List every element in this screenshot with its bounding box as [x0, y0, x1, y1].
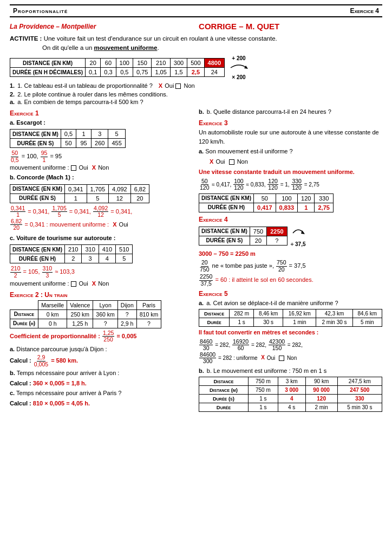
q2-line: 2. 2. Le pilote continue à rouler dans l…: [10, 91, 382, 98]
ex3-eq4: = 2,75: [304, 181, 319, 187]
ex1c-non-label: Non: [98, 280, 109, 287]
ex1-b-label: b. Concorde (Mach 1) :: [10, 173, 193, 182]
ex3-title: Exercice 3: [199, 119, 382, 127]
main-table-dist-4800: 4800: [204, 59, 224, 68]
ex1a-dist-header: Distance (en m): [10, 130, 61, 139]
ex4-line1: 3000 – 750 = 2250 m: [199, 249, 382, 259]
ex2-coeff-line: Coefficient de proportionnalité : 1,2525…: [10, 330, 193, 343]
header-title: Proportionnalité: [13, 7, 68, 15]
main-two-col: Exercice 1 a. Escargot : Distance (en m)…: [10, 106, 382, 414]
ex5a-dist-282m: 282 m: [230, 309, 254, 318]
frac-310-3: 3103: [42, 266, 53, 279]
ex4-title: Exercice 4: [199, 216, 382, 223]
ex1b-duree-12: 12: [109, 193, 131, 203]
ex3-a-text: Son mouvement est-il uniforme ?: [205, 148, 292, 154]
q2-number: 2.: [10, 91, 15, 98]
ex2-c-calcul: Calcul : 810 × 0,005 = 4,05 h.: [10, 399, 193, 408]
ex2-duree-paris: ?: [136, 319, 161, 328]
school-line: La Providence – Montpellier CORRIGE – M.…: [10, 22, 382, 31]
ex1c-dist-510: 510: [116, 245, 133, 254]
arrow-plus200: + 200: [232, 55, 245, 61]
ex5-oui-label: Oui: [267, 354, 276, 360]
ex5-eq-282a: = 282,: [215, 341, 230, 347]
main-table-dist-header: Distance (en km): [10, 59, 86, 68]
ex3-a-label: a. Son mouvement est-il uniforme ?: [199, 147, 382, 156]
ex4-arrow-svg: [290, 225, 306, 241]
ex2-c-label: c. Temps nécessaire pour arriver à Paris…: [10, 389, 193, 398]
ex5b-dist-90km: 90 km: [305, 377, 337, 386]
frac-16920-60: 1692060: [232, 339, 249, 352]
ex5b-distm-header: Distance (m): [199, 386, 249, 395]
main-table-dist-100: 100: [116, 59, 133, 68]
ex1c-oui-checkbox[interactable]: [71, 281, 76, 287]
frac-8460-30: 846030: [199, 339, 213, 352]
ex1c-duree-5: 5: [116, 254, 133, 263]
ex1c-duree-3: 3: [82, 254, 99, 263]
header-exercise: Exercice 4: [350, 7, 379, 15]
ex2-b-calcul: Calcul : 360 × 0,005 = 1,8 h.: [10, 379, 193, 388]
ex1-c-label: c. Voiture de tourisme sur autoroute :: [10, 234, 193, 243]
ex2-dist-marseille: 0 km: [38, 309, 67, 319]
main-table-dist-60: 60: [101, 59, 116, 68]
ex5b-durees-330: 330: [337, 395, 382, 403]
ex4-line3: 225037,5 = 60 : il atteint le sol en 60 …: [199, 274, 382, 287]
ex2-title: Exercice 2 : Un train: [10, 291, 193, 299]
ex5-non-label: Non: [287, 354, 297, 360]
ex4-line2: 20750 ne « tombe pas juste », 75020 = 37…: [199, 260, 382, 273]
q2-text: 2. Le pilote continue à rouler dans les …: [17, 91, 168, 98]
ex2-coeff-val: = 0,005: [116, 333, 136, 339]
ex5-non-checkbox[interactable]: [279, 356, 284, 361]
frac-1705-5: 1,7055: [51, 205, 67, 218]
frac-120-120: 120120: [267, 178, 278, 191]
corrige-title: CORRIGE – M. QUET: [96, 22, 382, 31]
ex1a-fractions-line: 500,5 = 100, 951 = 95: [10, 150, 193, 163]
ex3-eq2: ≈ 0,833,: [246, 181, 267, 187]
ex5b-duree-4s: 4 s: [278, 403, 305, 412]
ex1-table-b: Distance (en km) 0,341 1,705 4,092 6,82 …: [10, 184, 149, 203]
ex4-arrow-label: ÷ 37,5: [291, 241, 306, 247]
ex2-a-calcul: Calcul : 2,90,005 = 580 km.: [10, 354, 193, 367]
q1-non-checkbox[interactable]: [175, 83, 181, 89]
main-table-duree-24: 24: [204, 68, 224, 77]
main-table-duree-25: 2,5: [187, 68, 204, 77]
ex4-table: Distance (en m) 750 2250 Durée (en s) 20…: [199, 227, 288, 246]
ex1c-mouvement-line: mouvement uniforme : Oui X Non: [10, 280, 193, 287]
ex3-a-answer: X Oui Non: [199, 157, 382, 166]
frac-682-20: 6,8220: [10, 218, 22, 231]
ex1b-duree-header: Durée (en s): [10, 193, 65, 203]
ex2-duree-dijon: 2,9 h: [117, 319, 136, 328]
ex2-c-formula: 810 × 0,005 = 4,05 h.: [33, 400, 90, 406]
frac-84600-300: 84600300: [199, 352, 216, 365]
ex5-a-label: a. a. Cet avion se déplace-t-il de maniè…: [199, 299, 382, 308]
frac-100-120: 100120: [233, 178, 244, 191]
ex5b-distm-90000: 90 000: [305, 386, 337, 395]
activite-text1: Une voiture fait un test d'endurance sur…: [44, 35, 277, 42]
ex1a-oui-checkbox[interactable]: [71, 165, 76, 171]
main-table-dist-500: 500: [187, 59, 204, 68]
ex2-a-label: a. Distance parcourue jusqu'à Dijon :: [10, 345, 193, 354]
ex1a-dist-1: 1: [76, 130, 92, 139]
ex1-title: Exercice 1: [10, 109, 193, 117]
ex3-duree-0833: 0,833: [276, 203, 298, 212]
ex5a-dist-846km2: 84,6 km: [352, 309, 382, 318]
ex5b-duree-header: Durée: [199, 403, 249, 412]
ex3-eq1: ≈ 0,417,: [212, 181, 233, 187]
page-header: Proportionnalité Exercice 4: [10, 4, 382, 17]
main-table-duree-03: 0,3: [101, 68, 116, 77]
ex5a-duree-2min30: 2 min 30 s: [316, 318, 352, 326]
ex1a-duree-50: 50: [61, 139, 76, 148]
ex2-dist-paris: 810 km: [136, 309, 161, 319]
ex5-b-label: b. b. Le mouvement est uniforme : 750 m …: [199, 366, 382, 376]
ex3-dist-50: 50: [254, 193, 276, 203]
ex3-a-non-checkbox[interactable]: [229, 159, 234, 165]
ex1b-duree-1: 1: [65, 193, 87, 203]
ex5a-duree-header: Durée: [199, 318, 230, 326]
ex1a-oui-label: Oui: [79, 164, 88, 171]
ex2-coeff-label: Coefficient de proportionnalité :: [10, 333, 102, 339]
q2b-line: b. b. Quelle distance parcourra-t-il en …: [199, 107, 382, 117]
ex1a-duree-header: Durée (en s): [10, 139, 61, 148]
ex2-dist-header: Distance: [10, 309, 38, 319]
ex4-duree-20: 20: [250, 236, 266, 245]
q2b-label: b.: [199, 108, 204, 115]
main-table-duree-105: 1,05: [152, 68, 170, 77]
